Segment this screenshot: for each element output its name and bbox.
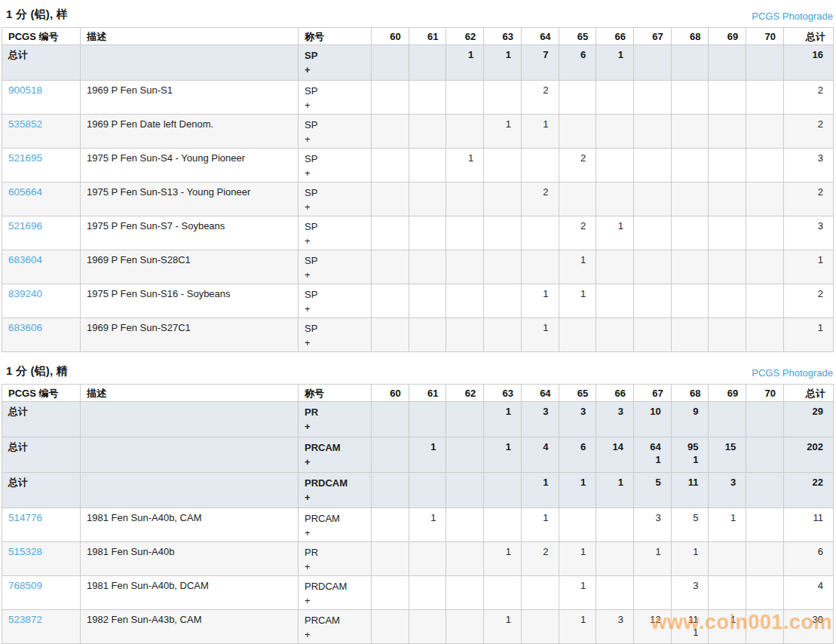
column-header: 68 <box>671 385 709 402</box>
grade-cell <box>671 318 709 352</box>
pcgs-number-link[interactable]: 683606 <box>8 322 42 333</box>
grade-cell <box>372 115 409 149</box>
grade-cell <box>372 216 409 250</box>
grade-cell <box>446 610 484 644</box>
column-header: 65 <box>559 385 596 402</box>
grade-cell <box>484 576 522 610</box>
photograde-link[interactable]: PCGS Photograde <box>752 11 833 22</box>
grade-cell: 15 <box>709 437 746 473</box>
grade-cell <box>521 576 559 610</box>
grade-cell: 6 <box>559 45 596 81</box>
grade-cell <box>746 473 784 508</box>
grade-cell <box>409 81 446 115</box>
column-header: 64 <box>521 385 559 402</box>
grade-cell <box>746 437 784 473</box>
grade-cell <box>446 216 484 250</box>
pcgs-number-link[interactable]: 523872 <box>8 614 42 625</box>
grade-cell: 1 <box>559 610 596 644</box>
pcgs-number-link[interactable]: 683604 <box>8 254 42 265</box>
grade-cell <box>671 115 709 149</box>
designation-cell: PRCAM+ <box>299 610 372 644</box>
grade-cell <box>596 542 634 576</box>
designation-cell: SP+ <box>299 216 372 250</box>
grade-cell <box>634 284 672 318</box>
grade-cell: 1 <box>521 318 559 352</box>
pcgs-number-link[interactable]: 521695 <box>8 152 42 164</box>
grade-cell <box>446 576 484 610</box>
grade-cell <box>709 81 746 115</box>
pcgs-number-link[interactable]: 839240 <box>8 288 42 299</box>
grade-cell <box>596 284 634 318</box>
column-header: 70 <box>746 28 784 45</box>
grade-cell: 1 <box>559 473 596 508</box>
grade-cell <box>596 508 634 542</box>
grade-cell: 1 <box>446 45 484 81</box>
grade-cell <box>709 149 746 182</box>
pcgs-number-link[interactable]: 768509 <box>8 580 42 591</box>
grade-cell <box>746 216 784 250</box>
grade-cell <box>671 81 709 115</box>
grade-cell <box>671 284 709 318</box>
description-cell <box>81 402 299 437</box>
pcgs-number-link[interactable]: 605664 <box>8 186 42 198</box>
pcgs-number-link[interactable]: 514776 <box>8 512 42 523</box>
column-header: 61 <box>409 28 446 45</box>
pcgs-number-link[interactable]: 515328 <box>8 546 42 557</box>
grade-cell <box>409 473 446 508</box>
grade-cell: 1 <box>484 610 522 644</box>
grade-cell: 1 <box>559 250 596 284</box>
grade-cell: 3 <box>596 402 634 437</box>
column-header: 63 <box>484 385 522 402</box>
pcgs-number-cell: 768509 <box>2 576 81 610</box>
description-cell <box>81 437 299 473</box>
summary-row: 总计PRCAM+11461464195115202 <box>2 437 834 473</box>
grade-cell: 1 <box>409 437 446 473</box>
site-watermark: www.coin001.com <box>651 611 832 634</box>
column-header: 68 <box>671 28 709 45</box>
grade-cell <box>484 318 522 352</box>
total-cell: 4 <box>784 576 834 610</box>
grade-cell <box>746 284 784 318</box>
designation-cell: SP+ <box>299 149 372 182</box>
grade-cell <box>709 576 746 610</box>
grade-cell <box>521 250 559 284</box>
description-cell: 1982 Fen Sun-A43b, CAM <box>81 610 299 644</box>
grade-cell <box>671 149 709 182</box>
grade-cell <box>559 115 596 149</box>
grade-cell <box>596 318 634 352</box>
grade-cell: 1 <box>484 437 522 473</box>
grade-cell: 10 <box>634 402 672 437</box>
population-table-pr: PCGS 编号描述称号6061626364656667686970总计 总计PR… <box>2 384 834 644</box>
grade-cell: 1 <box>559 284 596 318</box>
grade-cell: 951 <box>671 437 709 473</box>
grade-cell <box>372 402 409 437</box>
pcgs-number-link[interactable]: 521696 <box>8 220 42 232</box>
table-row: 6056641975 P Fen Sun-S13 - Young Pioneer… <box>2 182 834 216</box>
designation-cell: PRCAM+ <box>299 508 372 542</box>
grade-cell: 1 <box>409 508 446 542</box>
pcgs-number-cell: 总计 <box>2 437 81 473</box>
grade-cell <box>746 45 784 81</box>
grade-cell <box>409 115 446 149</box>
grade-cell <box>372 250 409 284</box>
grade-cell <box>372 284 409 318</box>
column-header: 64 <box>521 28 559 45</box>
total-cell: 3 <box>784 149 834 182</box>
summary-row: 总计SP+1176116 <box>2 45 834 81</box>
grade-cell <box>484 149 522 182</box>
column-header: 称号 <box>299 28 372 45</box>
grade-cell: 1 <box>484 402 522 437</box>
description-cell: 1969 P Fen Sun-S1 <box>81 81 299 115</box>
description-cell: 1969 P Fen Sun-S27C1 <box>81 318 299 352</box>
column-header: 70 <box>746 385 784 402</box>
summary-row: 总计PR+133310929 <box>2 402 834 437</box>
grade-cell <box>559 182 596 216</box>
column-header: 60 <box>372 385 409 402</box>
grade-cell: 14 <box>596 437 634 473</box>
pcgs-number-link[interactable]: 900518 <box>8 84 42 96</box>
designation-cell: PRCAM+ <box>299 437 372 473</box>
designation-cell: SP+ <box>299 182 372 216</box>
pcgs-number-cell: 535852 <box>2 115 81 149</box>
photograde-link[interactable]: PCGS Photograde <box>752 367 833 379</box>
pcgs-number-link[interactable]: 535852 <box>8 118 42 130</box>
